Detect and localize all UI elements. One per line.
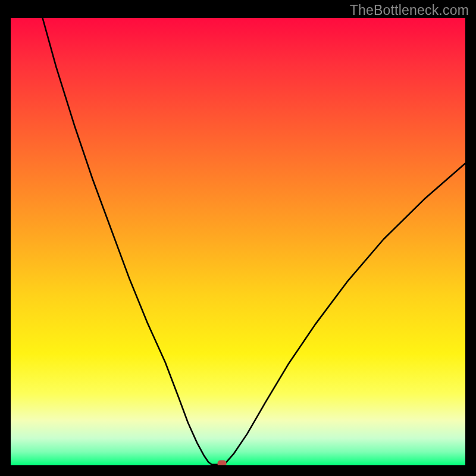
marker-dot xyxy=(218,460,227,465)
curve-svg xyxy=(11,18,465,465)
chart-frame: TheBottleneck.com xyxy=(0,0,476,476)
watermark-text: TheBottleneck.com xyxy=(350,2,469,18)
bottleneck-curve xyxy=(42,18,465,465)
plot-area xyxy=(11,18,465,465)
